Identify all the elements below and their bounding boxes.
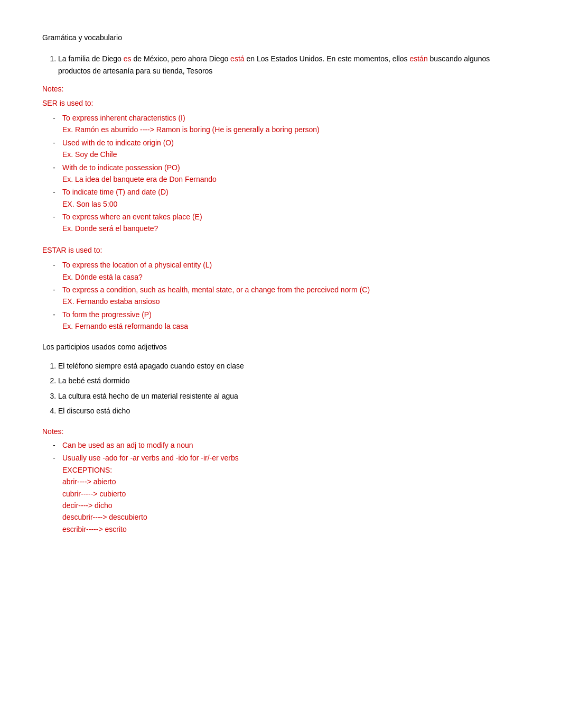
notes-section-1: Notes: SER is used to: - To express inhe… [42,83,519,235]
participios-item-3: La cultura está hecho de un material res… [58,390,519,402]
notes2-item-1-content: Can be used as an adj to modify a noun [62,439,193,451]
dash-4: - [53,186,62,198]
ser-item-1-example: Ex. Ramón es aburrido ----> Ramon is bor… [62,124,320,135]
notes2-item-1-main: Can be used as an adj to modify a noun [62,439,193,451]
ser-item-1-main: To express inherent characteristics (I) [62,112,320,124]
notes2-dash-1: - [53,439,62,451]
exceptions-block: EXCEPTIONS: abrir----> abierto cubrir---… [62,464,239,535]
notes2-item-2-main: Usually use -ado for -ar verbs and -ido … [62,452,239,464]
estar-dash-3: - [53,309,62,320]
ser-item-3-main: With de to indicate possession (PO) [62,162,217,173]
estar-item-1-example: Ex. Dónde está la casa? [62,271,212,283]
notes2-item-2: - Usually use -ado for -ar verbs and -id… [53,452,519,535]
exercise1-middle1: de México, pero ahora Diego [132,54,231,63]
ser-item-3-content: With de to indicate possession (PO) Ex. … [62,162,217,186]
exception-3: decir----> dicho [62,500,239,511]
ser-item-5-example: Ex. Donde será el banquete? [62,223,202,234]
ser-item-2-content: Used with de to indicate origin (O) Ex. … [62,137,174,161]
dash-5: - [53,211,62,223]
estar-header: ESTAR is used to: [42,244,519,256]
ser-item-4-main: To indicate time (T) and date (D) [62,186,169,198]
ser-item-5-main: To express where an event takes place (E… [62,211,202,223]
estar-item-3-example: Ex. Fernando está reformando la casa [62,320,188,332]
exception-1: abrir----> abierto [62,476,239,487]
estar-dash-2: - [53,284,62,296]
notes-label-2: Notes: [42,426,519,437]
participios-item-4: El discurso está dicho [58,405,519,417]
exercise-item-1: La familia de Diego es de México, pero a… [58,53,519,77]
notes-section-2: Notes: - Can be used as an adj to modify… [42,426,519,536]
participios-section: Los participios usados como adjetivos El… [42,341,519,417]
estar-item-1-main: To express the location of a physical en… [62,259,212,271]
ser-item-3-example: Ex. La idea del banquete era de Don Fern… [62,173,217,185]
dash-2: - [53,137,62,149]
estar-section: ESTAR is used to: - To express the locat… [42,244,519,333]
ser-item-4-content: To indicate time (T) and date (D) EX. So… [62,186,169,210]
estar-item-2: - To express a condition, such as health… [53,284,519,308]
notes2-dash-2: - [53,452,62,464]
exercise1-esta: está [230,54,244,63]
exception-5: escribir-----> escrito [62,523,239,535]
ser-item-1: - To express inherent characteristics (I… [53,112,519,136]
notes2-item-2-content: Usually use -ado for -ar verbs and -ido … [62,452,239,535]
exercise-list: La familia de Diego es de México, pero a… [58,53,519,77]
dash-1: - [53,112,62,124]
ser-header: SER is used to: [42,97,519,109]
dash-3: - [53,162,62,173]
estar-item-2-content: To express a condition, such as health, … [62,284,370,308]
exception-4: descubrir----> descubierto [62,511,239,523]
exceptions-label: EXCEPTIONS: [62,464,239,476]
ser-item-3: - With de to indicate possession (PO) Ex… [53,162,519,186]
ser-item-4: - To indicate time (T) and date (D) EX. … [53,186,519,210]
estar-item-3-main: To form the progressive (P) [62,309,188,320]
estar-item-2-example: EX. Fernando estaba ansioso [62,296,370,307]
participios-title: Los participios usados como adjetivos [42,341,519,353]
exercise1-middle2: en Los Estados Unidos. En este momentos,… [245,54,410,63]
estar-item-3-content: To form the progressive (P) Ex. Fernando… [62,309,188,333]
estar-item-1: - To express the location of a physical … [53,259,519,283]
page-title: Gramática y vocabulario [42,32,519,43]
ser-item-4-example: EX. Son las 5:00 [62,198,169,210]
estar-item-2-main: To express a condition, such as health, … [62,284,370,296]
ser-item-1-content: To express inherent characteristics (I) … [62,112,320,136]
ser-list: - To express inherent characteristics (I… [53,112,519,235]
ser-item-2-main: Used with de to indicate origin (O) [62,137,174,149]
exercise1-es: es [124,54,132,63]
ser-item-5: - To express where an event takes place … [53,211,519,235]
notes-label-1: Notes: [42,83,519,95]
participios-list: El teléfono siempre está apagado cuando … [58,360,519,417]
ser-item-5-content: To express where an event takes place (E… [62,211,202,235]
exercise1-intro: La familia de Diego [58,54,124,63]
notes2-item-1: - Can be used as an adj to modify a noun [53,439,519,451]
participios-item-2: La bebé está dormido [58,375,519,386]
participios-item-1: El teléfono siempre está apagado cuando … [58,360,519,372]
page-container: Gramática y vocabulario La familia de Di… [42,32,519,535]
estar-item-1-content: To express the location of a physical en… [62,259,212,283]
ser-item-2: - Used with de to indicate origin (O) Ex… [53,137,519,161]
estar-dash-1: - [53,259,62,271]
notes2-list: - Can be used as an adj to modify a noun… [53,439,519,535]
ser-item-2-example: Ex. Soy de Chile [62,149,174,160]
estar-list: - To express the location of a physical … [53,259,519,332]
exception-2: cubrir-----> cubierto [62,488,239,500]
estar-item-3: - To form the progressive (P) Ex. Fernan… [53,309,519,333]
exercise1-estan: están [409,54,427,63]
